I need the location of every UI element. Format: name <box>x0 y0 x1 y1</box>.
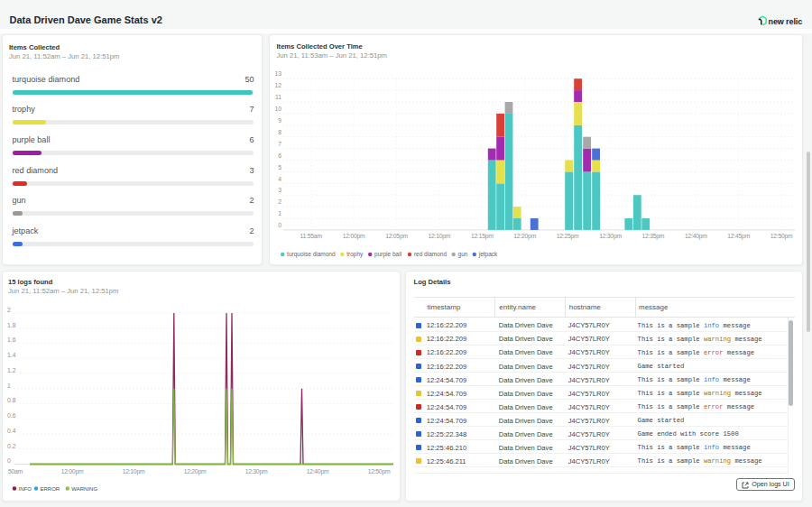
svg-text:gun: gun <box>458 251 468 258</box>
svg-text:turquoise diamond: turquoise diamond <box>287 251 336 258</box>
svg-text:11:55am: 11:55am <box>300 233 323 239</box>
svg-text:0.4: 0.4 <box>7 427 16 433</box>
svg-text:ERROR: ERROR <box>41 485 60 491</box>
svg-text:1.8: 1.8 <box>7 321 16 327</box>
svg-text:12:30pm: 12:30pm <box>245 467 268 475</box>
svg-text:12:30pm: 12:30pm <box>599 233 622 240</box>
svg-text:12:45pm: 12:45pm <box>727 233 750 240</box>
svg-text:12:40pm: 12:40pm <box>307 467 329 475</box>
svg-text:purple ball: purple ball <box>374 251 402 258</box>
svg-text:red diamond: red diamond <box>414 251 448 257</box>
svg-text:8: 8 <box>278 128 281 134</box>
svg-text:1: 1 <box>278 210 281 217</box>
svg-text:1.6: 1.6 <box>7 336 16 343</box>
svg-text:12:00pm: 12:00pm <box>343 233 365 240</box>
svg-text:jetpack: jetpack <box>478 251 498 258</box>
svg-text:1.4: 1.4 <box>7 352 16 358</box>
svg-text:2: 2 <box>278 198 281 205</box>
svg-text:1.2: 1.2 <box>7 366 16 373</box>
svg-text:WARNING: WARNING <box>71 485 97 491</box>
svg-text:trophy: trophy <box>346 251 364 258</box>
svg-text:7: 7 <box>278 140 281 146</box>
svg-text:0.8: 0.8 <box>7 397 16 403</box>
svg-text:0: 0 <box>278 222 281 228</box>
svg-text:2: 2 <box>7 306 11 312</box>
svg-text:12:05pm: 12:05pm <box>385 233 408 240</box>
svg-text:12:50pm: 12:50pm <box>770 233 793 240</box>
svg-text:12:35pm: 12:35pm <box>642 233 665 240</box>
svg-text:12:20pm: 12:20pm <box>184 467 207 475</box>
svg-text:12:20pm: 12:20pm <box>513 233 536 240</box>
svg-text:12:50pm: 12:50pm <box>368 467 391 475</box>
svg-text:11: 11 <box>275 94 281 100</box>
svg-text:0.2: 0.2 <box>7 442 16 448</box>
svg-text:1: 1 <box>7 382 11 388</box>
svg-text:13: 13 <box>274 70 281 77</box>
svg-text:3: 3 <box>278 187 281 193</box>
svg-text:new relic: new relic <box>769 16 803 25</box>
svg-text:12:10pm: 12:10pm <box>429 233 451 240</box>
svg-text:12: 12 <box>274 82 281 88</box>
svg-text:12:00pm: 12:00pm <box>61 467 84 475</box>
svg-text:12:25pm: 12:25pm <box>557 233 579 240</box>
svg-text:12:40pm: 12:40pm <box>685 233 707 240</box>
svg-text:9: 9 <box>278 117 281 124</box>
svg-text:0: 0 <box>7 457 11 464</box>
svg-text:12:15pm: 12:15pm <box>471 233 494 240</box>
svg-text:5: 5 <box>278 163 281 170</box>
svg-text:10: 10 <box>274 106 281 112</box>
svg-text:4: 4 <box>278 175 281 181</box>
svg-text:0.6: 0.6 <box>7 412 16 419</box>
svg-text:12:10pm: 12:10pm <box>123 467 145 475</box>
svg-text:INFO: INFO <box>19 485 32 491</box>
svg-text:50am: 50am <box>8 467 23 474</box>
svg-text:6: 6 <box>278 152 281 158</box>
